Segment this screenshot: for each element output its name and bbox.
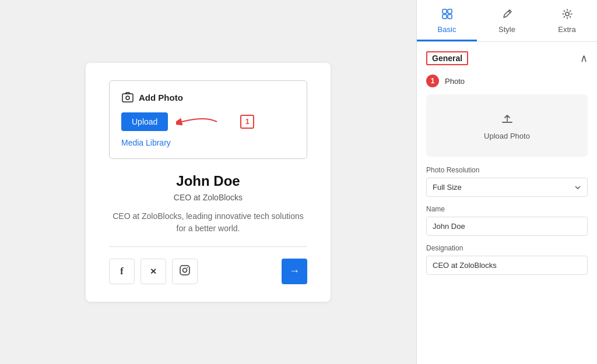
name-input[interactable]	[426, 217, 588, 236]
basic-tab-icon	[441, 8, 453, 23]
tab-extra-label: Extra	[558, 25, 575, 34]
twitter-button[interactable]: ✕	[141, 259, 166, 284]
card-divider	[109, 246, 307, 247]
svg-point-4	[183, 268, 187, 272]
photo-resolution-select[interactable]: Full Size Large Medium Thumbnail	[426, 178, 588, 197]
tab-basic[interactable]: Basic	[417, 0, 477, 41]
annotation-badge-1: 1	[240, 115, 254, 129]
photo-resolution-section: Photo Resolution Full Size Large Medium …	[426, 166, 588, 197]
designation-section: Designation	[426, 244, 588, 275]
tabs-header: Basic Style Extra	[417, 0, 597, 42]
next-button[interactable]: →	[282, 259, 307, 284]
add-photo-title: Add Photo	[139, 93, 183, 103]
style-tab-icon	[501, 8, 513, 23]
twitter-icon: ✕	[150, 267, 157, 276]
tab-basic-label: Basic	[438, 25, 456, 34]
facebook-icon: f	[120, 266, 123, 277]
person-name: John Doe	[109, 173, 307, 189]
svg-rect-8	[443, 15, 447, 19]
name-label: Name	[426, 205, 588, 213]
instagram-icon	[180, 265, 190, 278]
preview-card: Add Photo Upload 1 Media Library	[86, 63, 331, 302]
upload-cloud-icon	[499, 111, 515, 127]
tab-style-label: Style	[498, 25, 515, 34]
svg-point-10	[566, 12, 569, 16]
photo-resolution-label: Photo Resolution	[426, 166, 588, 174]
extra-tab-icon	[561, 8, 573, 23]
person-bio: CEO at ZoloBlocks, leading innovative te…	[109, 210, 307, 235]
social-row: f ✕ →	[109, 259, 307, 284]
media-library-link[interactable]: Media Library	[121, 138, 171, 147]
svg-rect-3	[180, 266, 189, 275]
photo-field-label: Photo	[445, 77, 465, 86]
next-icon: →	[289, 265, 300, 277]
instagram-button[interactable]	[172, 259, 198, 284]
svg-rect-7	[448, 9, 452, 13]
section-header: General ∧	[426, 51, 588, 65]
facebook-button[interactable]: f	[109, 259, 135, 284]
svg-point-5	[187, 267, 188, 268]
add-photo-box: Add Photo Upload 1 Media Library	[109, 80, 307, 159]
section-title: General	[426, 51, 468, 65]
name-section: Name	[426, 205, 588, 236]
add-photo-icon	[121, 91, 134, 104]
upload-row: Upload 1	[121, 112, 295, 131]
right-panel: Basic Style Extra General	[416, 0, 597, 364]
svg-rect-6	[443, 9, 447, 13]
person-title: CEO at ZoloBlocks	[109, 193, 307, 202]
left-panel: Add Photo Upload 1 Media Library	[0, 0, 416, 364]
tab-extra[interactable]: Extra	[537, 0, 597, 41]
upload-photo-label: Upload Photo	[484, 132, 530, 140]
social-icons: f ✕	[109, 259, 198, 284]
photo-field-badge: 1	[426, 75, 439, 87]
photo-field-row: 1 Photo	[426, 75, 588, 87]
svg-rect-9	[448, 15, 452, 19]
panel-body: General ∧ 1 Photo Upload Photo Photo Res…	[417, 42, 597, 364]
tab-style[interactable]: Style	[477, 0, 537, 41]
designation-input[interactable]	[426, 256, 588, 275]
add-photo-header: Add Photo	[121, 91, 295, 104]
designation-label: Designation	[426, 244, 588, 252]
arrow-annotation	[176, 114, 223, 130]
collapse-icon[interactable]: ∧	[580, 52, 588, 65]
svg-rect-0	[122, 94, 133, 102]
svg-point-1	[126, 96, 129, 100]
upload-button[interactable]: Upload	[121, 112, 168, 131]
upload-photo-area[interactable]: Upload Photo	[426, 94, 588, 157]
